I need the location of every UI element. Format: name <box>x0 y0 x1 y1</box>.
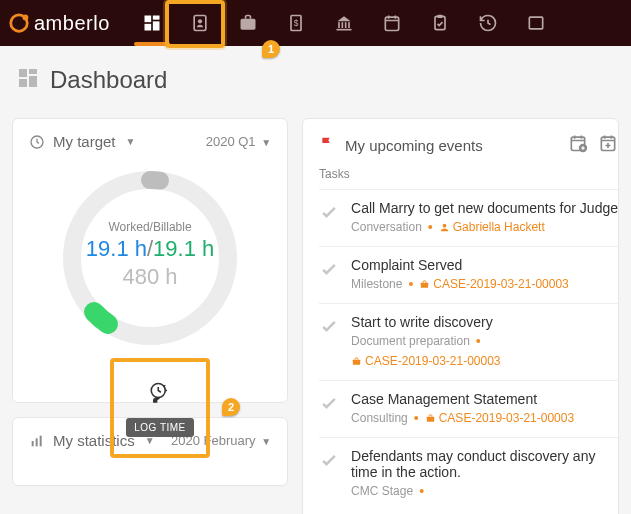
briefcase-small-icon <box>425 413 436 424</box>
task-row: Defendants may conduct discovery any tim… <box>319 437 618 510</box>
nav-dashboard[interactable] <box>128 0 176 46</box>
svg-point-32 <box>442 223 446 227</box>
task-assignee[interactable]: Gabriella Hackett <box>439 220 545 234</box>
upcoming-events-card: My upcoming events Tasks Call Marry to g… <box>302 118 619 514</box>
task-title[interactable]: Defendants may conduct discovery any tim… <box>351 448 618 480</box>
target-period-selector[interactable]: 2020 Q1 ▼ <box>206 134 271 149</box>
svg-rect-21 <box>29 69 37 74</box>
calendar-add-icon <box>598 133 618 153</box>
top-nav: amberlo $ <box>0 0 631 46</box>
task-check[interactable] <box>319 316 339 368</box>
task-title[interactable]: Case Management Statement <box>351 391 618 407</box>
clock-icon <box>29 134 45 150</box>
tutorial-step-badge-2: 2 <box>222 398 240 416</box>
nav-history[interactable] <box>464 0 512 46</box>
history-icon <box>478 13 498 33</box>
chevron-down-icon: ▼ <box>145 435 155 446</box>
nav-matters[interactable] <box>224 0 272 46</box>
svg-rect-19 <box>529 17 542 29</box>
task-row: Call Marry to get new documents for Judg… <box>319 189 618 246</box>
task-case[interactable]: CASE-2019-03-21-00003 <box>351 354 500 368</box>
calendar-plus-icon <box>568 133 588 153</box>
svg-rect-3 <box>153 16 160 20</box>
tasks-section-label: Tasks <box>319 167 618 181</box>
events-card-title: My upcoming events <box>345 137 483 154</box>
task-row: Complaint Served Milestone • CASE-2019-0… <box>319 246 618 303</box>
page-title: Dashboard <box>50 66 167 94</box>
add-task-button[interactable] <box>598 133 618 157</box>
my-target-title[interactable]: My target ▼ <box>29 133 135 150</box>
svg-rect-18 <box>437 15 442 18</box>
svg-rect-34 <box>353 359 360 364</box>
svg-rect-33 <box>421 282 428 287</box>
svg-rect-2 <box>144 16 151 23</box>
nav-calendar[interactable] <box>368 0 416 46</box>
svg-rect-12 <box>341 22 343 28</box>
chevron-down-icon: ▼ <box>126 136 136 147</box>
svg-rect-13 <box>345 22 347 28</box>
task-type: Conversation <box>351 220 422 234</box>
log-time-button[interactable]: LOG TIME <box>126 418 194 437</box>
svg-rect-17 <box>435 16 445 29</box>
task-check[interactable] <box>319 202 339 234</box>
task-case[interactable]: CASE-2019-03-21-00003 <box>419 277 568 291</box>
chevron-down-icon: ▼ <box>261 436 271 447</box>
brand-mark-icon <box>8 12 30 34</box>
task-type: Consulting <box>351 411 408 425</box>
add-event-button[interactable] <box>568 133 588 157</box>
svg-rect-8 <box>240 19 255 30</box>
task-check[interactable] <box>319 259 339 291</box>
briefcase-small-icon <box>419 279 430 290</box>
tutorial-step-badge-1: 1 <box>262 40 280 58</box>
nav-more[interactable] <box>512 0 560 46</box>
target-total: 480 h <box>123 264 178 290</box>
briefcase-icon <box>238 13 258 33</box>
clipboard-check-icon <box>430 13 450 33</box>
task-title[interactable]: Call Marry to get new documents for Judg… <box>351 200 618 216</box>
svg-point-7 <box>198 19 202 23</box>
svg-rect-15 <box>336 29 351 31</box>
task-case[interactable]: CASE-2019-03-21-00003 <box>425 411 574 425</box>
nav-bank[interactable] <box>320 0 368 46</box>
flag-icon <box>319 135 335 155</box>
worked-billable-value: 19.1 h/19.1 h <box>86 236 214 262</box>
nav-contacts[interactable] <box>176 0 224 46</box>
svg-rect-14 <box>348 22 350 28</box>
target-gauge: Worked/Billable 19.1 h/19.1 h 480 h <box>35 158 265 358</box>
svg-rect-23 <box>19 79 27 87</box>
task-row: Case Management Statement Consulting • C… <box>319 380 618 437</box>
page-header: Dashboard <box>0 46 631 118</box>
my-target-card: My target ▼ 2020 Q1 ▼ Worked/Billab <box>12 118 288 403</box>
invoice-icon: $ <box>286 13 306 33</box>
brand-logo[interactable]: amberlo <box>8 12 110 35</box>
briefcase-small-icon <box>351 356 362 367</box>
task-title[interactable]: Complaint Served <box>351 257 618 273</box>
svg-rect-26 <box>32 441 34 446</box>
task-check[interactable] <box>319 393 339 425</box>
task-check[interactable] <box>319 450 339 498</box>
svg-rect-16 <box>385 17 398 30</box>
nav-icons: $ <box>128 0 560 46</box>
task-type: Milestone <box>351 277 402 291</box>
bank-icon <box>334 13 354 33</box>
contact-icon <box>190 13 210 33</box>
svg-rect-27 <box>36 438 38 446</box>
person-icon <box>439 222 450 233</box>
svg-rect-35 <box>427 416 434 421</box>
nav-billing[interactable]: $ <box>272 0 320 46</box>
brand-name: amberlo <box>34 12 110 35</box>
svg-rect-4 <box>153 21 160 30</box>
task-title[interactable]: Start to write discovery <box>351 314 618 330</box>
worked-billable-label: Worked/Billable <box>108 220 191 234</box>
task-row: Start to write discovery Document prepar… <box>319 303 618 380</box>
nav-tasks[interactable] <box>416 0 464 46</box>
calendar-icon <box>382 13 402 33</box>
svg-rect-28 <box>40 435 42 446</box>
bar-chart-icon <box>29 433 45 449</box>
task-type: CMC Stage <box>351 484 413 498</box>
svg-rect-22 <box>29 76 37 87</box>
chevron-down-icon: ▼ <box>261 137 271 148</box>
svg-rect-5 <box>144 24 151 31</box>
svg-point-1 <box>22 15 28 21</box>
dashboard-title-icon <box>16 66 40 94</box>
